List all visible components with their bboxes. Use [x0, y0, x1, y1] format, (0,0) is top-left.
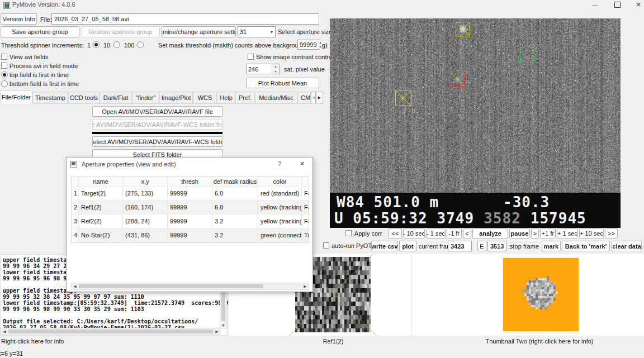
back-to-mark-button[interactable]: Back to 'mark' — [562, 241, 610, 251]
restore-aperture-group-button[interactable]: Restore aperture group — [81, 26, 160, 37]
tab-image-plot[interactable]: Image/Plot — [159, 92, 193, 104]
scroll-down-icon[interactable]: ▼ — [220, 322, 226, 328]
spin-up-icon[interactable]: ▲ — [319, 40, 322, 45]
tab-wcs[interactable]: WCS — [193, 92, 217, 104]
sat-pixel-spinbox[interactable]: 246 ▲▼ — [246, 64, 280, 74]
process-field-mode-checkbox[interactable] — [1, 63, 7, 69]
mark-button[interactable]: mark — [542, 241, 561, 251]
play-forward-button[interactable]: > — [531, 228, 539, 238]
vti-overlay: W84 501.0 m -30.3 U 05:59:32374935821579… — [330, 193, 621, 228]
aperture-x-lines — [520, 51, 533, 64]
e-button[interactable]: E — [477, 241, 486, 251]
dialog-close-icon[interactable]: ✕ — [300, 160, 305, 168]
scroll-right-icon[interactable]: ▶ — [214, 328, 220, 335]
jump-end-button[interactable]: >> — [605, 228, 618, 238]
tab-file-folder[interactable]: File/Folder — [0, 90, 32, 104]
thumbnail-two-label: Thumbnail Two (right-click here for info… — [464, 338, 615, 345]
pause-button[interactable]: pause — [509, 228, 530, 238]
aperture-properties-dialog[interactable]: Aperture properties (view and edit) ? ✕ … — [66, 157, 313, 292]
tab-dark-flat[interactable]: Dark/Flat — [100, 92, 132, 104]
back-1sec-button[interactable]: - 1 sec — [426, 228, 446, 238]
tab-partial[interactable]: CM — [297, 92, 311, 104]
scroll-right-icon[interactable]: ▶ — [302, 283, 309, 289]
plot-button[interactable]: plot — [399, 241, 416, 251]
spin-up-icon[interactable]: ▲ — [272, 64, 279, 69]
apply-corr-checkbox[interactable] — [345, 230, 352, 236]
tab-scroll-right-icon[interactable]: ▶ — [316, 92, 323, 104]
mask-threshold-spinbox[interactable]: 99999 ▲▼ — [297, 40, 320, 50]
tab-pref[interactable]: Pref. — [235, 92, 255, 104]
write-csv-button[interactable]: write csv — [371, 241, 398, 251]
thumbnail-two-panel[interactable] — [412, 254, 644, 336]
scroll-left-icon[interactable]: ◀ — [72, 283, 78, 289]
current-frame-input[interactable]: 3423 — [448, 241, 472, 251]
maximize-icon[interactable] — [609, 1, 625, 9]
tab-timestamp[interactable]: Timestamp — [32, 92, 68, 104]
analyze-button[interactable]: analyze — [472, 228, 508, 238]
increment-10-radio[interactable] — [113, 41, 120, 48]
aperture-size-select[interactable]: 31 ▼ — [238, 26, 276, 37]
file-input[interactable]: 2026_03_27_05_58_08.avi — [51, 13, 319, 25]
play-backward-button[interactable]: < — [463, 228, 471, 238]
dialog-help-icon[interactable]: ? — [278, 160, 281, 167]
show-contrast-label: Show image contrast control — [256, 54, 334, 60]
save-aperture-group-button[interactable]: Save aperture group — [1, 26, 79, 37]
increment-1-label: 1 — [87, 42, 91, 49]
stop-frame-input[interactable]: 3513 — [487, 241, 506, 251]
open-file-button[interactable]: Open AVI/MOV/SER/ADV/AAV/RAVF file — [92, 106, 222, 117]
scroll-left-icon[interactable]: ◀ — [1, 328, 8, 335]
clear-data-button[interactable]: clear data — [612, 241, 642, 251]
table-row[interactable]: 4 No-Star(2) (431, 86) 99999 3.2 green (… — [72, 228, 309, 242]
spin-down-icon[interactable]: ▼ — [272, 69, 279, 74]
titlebar[interactable]: PyMovie Version: 4.0.6 — ✕ — [0, 0, 644, 9]
back-10sec-button[interactable]: - 10 sec — [403, 228, 425, 238]
tab-finder[interactable]: "finder" — [132, 92, 159, 104]
aperture-nostar[interactable] — [520, 51, 534, 65]
top-field-first-radio[interactable] — [1, 71, 8, 78]
auto-run-pyote-checkbox[interactable] — [323, 242, 329, 249]
log-info-label: Right-click here for info — [1, 338, 64, 345]
create-wcs-folder-button[interactable]: Create AVI/MOV/SER/ADV/AAV/RAVF-WCS fold… — [92, 119, 222, 130]
scroll-thumb[interactable] — [8, 330, 213, 333]
minimize-icon[interactable]: — — [587, 1, 603, 9]
thumbnail-two-image[interactable] — [503, 258, 579, 331]
tab-help[interactable]: Help — [217, 92, 235, 104]
table-row[interactable]: 2 Ref1(2) (160, 174) 99999 6.0 yellow (t… — [72, 201, 309, 214]
aperture-x-lines — [451, 73, 464, 86]
bottom-field-first-radio[interactable] — [1, 80, 8, 87]
increment-1-radio[interactable] — [93, 41, 100, 48]
plot-robust-mean-button[interactable]: Plot Robust Mean — [246, 78, 319, 88]
dialog-hscrollbar[interactable]: ◀ ▶ — [71, 283, 309, 290]
fwd-1sec-button[interactable]: + 1 sec — [557, 228, 578, 238]
view-avi-fields-label: View avi fields — [10, 54, 49, 60]
scroll-thumb[interactable] — [79, 284, 263, 288]
dialog-titlebar[interactable]: Aperture properties (view and edit) ? ✕ — [67, 157, 312, 171]
spin-down-icon[interactable]: ▼ — [319, 45, 322, 49]
fwd-10sec-button[interactable]: + 10 sec — [579, 228, 604, 238]
back-1frame-button[interactable]: -1 fr — [447, 228, 462, 238]
close-icon[interactable]: ✕ — [631, 1, 644, 9]
aperture-ref1[interactable] — [395, 90, 411, 106]
aperture-ref2[interactable] — [456, 22, 470, 36]
tab-scroll-left-icon[interactable]: ◀ — [311, 92, 316, 104]
select-wcs-folder-button[interactable]: Select AVI/MOV/SER/ADV/AAV/RAVF-WCS fold… — [92, 136, 222, 147]
increment-100-radio[interactable] — [137, 41, 144, 48]
tab-median-misc[interactable]: Median/Misc — [255, 92, 297, 104]
app-icon — [3, 2, 10, 9]
aperture-table[interactable]: name x,y thresh def mask radius color 1 … — [71, 176, 309, 243]
sat-pixel-label: sat. pixel value — [284, 66, 325, 73]
jump-start-button[interactable]: << — [389, 228, 402, 238]
table-row[interactable]: 1 Target(2) (275, 133) 99999 6.0 red (st… — [72, 187, 309, 201]
select-aperture-size-label: Select aperture size — [278, 28, 332, 35]
chevron-down-icon[interactable]: ▼ — [268, 27, 275, 37]
view-avi-fields-checkbox[interactable] — [1, 54, 7, 60]
tab-ccd-tools[interactable]: CCD tools — [68, 92, 100, 104]
show-contrast-checkbox[interactable] — [248, 54, 254, 60]
examine-aperture-settings-button[interactable]: Examine/change aperture settings — [162, 26, 236, 37]
video-frame[interactable]: W84 501.0 m -30.3 U 05:59:32374935821579… — [330, 18, 621, 228]
version-info-button[interactable]: Version Info — [1, 13, 37, 25]
table-row[interactable]: 3 Ref2(2) (288, 24) 99999 3.2 yellow (tr… — [72, 214, 309, 228]
fwd-1frame-button[interactable]: +1 fr — [540, 228, 556, 238]
log-hscrollbar[interactable]: ◀ ▶ — [1, 328, 221, 335]
aperture-target[interactable] — [450, 72, 465, 87]
